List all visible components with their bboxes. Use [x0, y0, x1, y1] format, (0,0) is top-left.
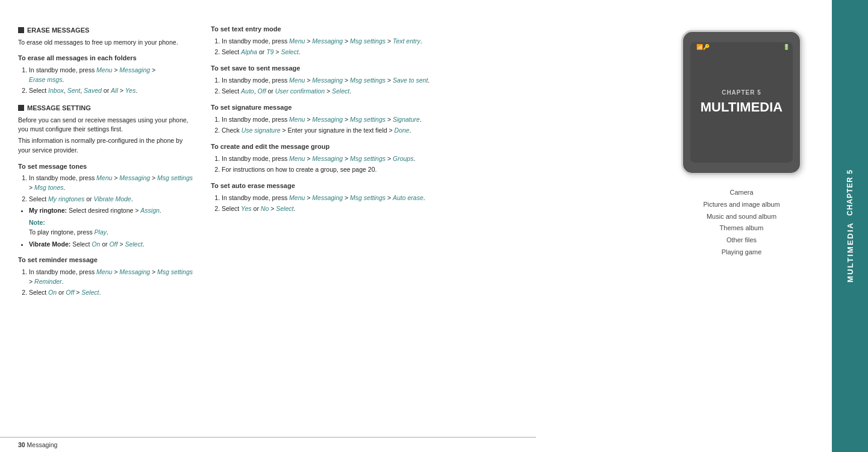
chapter-preview: 📶🔑 🔋 CHAPTER 5 MULTIMEDIA Camera Picture… — [663, 18, 820, 440]
square-icon-2 — [18, 105, 24, 111]
chapter-list-item-5: Other files — [703, 234, 779, 246]
reminder-step-1: In standby mode, press Menu > Messaging … — [29, 268, 193, 287]
message-setting-header: MESSAGE SETTING — [18, 103, 193, 113]
sidebar-section-label: MULTIMEDIA — [846, 222, 855, 283]
text-entry-step-2: Select Alpha or T9 > Select. — [222, 48, 663, 57]
erase-step-2: Select Inbox, Sent, Saved or All > Yes. — [29, 86, 193, 96]
erase-messages-header: ERASE MESSAGES — [18, 25, 193, 36]
save-sent-step-1: In standby mode, press Menu > Messaging … — [222, 76, 663, 86]
sidebar: CHAPTER 5 MULTIMEDIA — [832, 0, 868, 452]
auto-erase-step-1: In standby mode, press Menu > Messaging … — [222, 193, 663, 203]
square-icon — [18, 27, 24, 33]
msg-tones-title: To set message tones — [18, 162, 193, 172]
erase-step-1: In standby mode, press Menu > Messaging … — [29, 66, 193, 85]
group-step-1: In standby mode, press Menu > Messaging … — [222, 154, 663, 164]
save-sent-step-2: Select Auto, Off or User confirmation > … — [222, 87, 663, 96]
chapter-list-item-2: Pictures and image album — [703, 199, 779, 211]
group-steps: In standby mode, press Menu > Messaging … — [222, 154, 663, 175]
erase-messages-desc: To erase old messages to free up memory … — [18, 38, 193, 48]
battery-icon: 🔋 — [783, 44, 790, 50]
page-number: 30 — [18, 441, 25, 448]
chapter-list-item-6: Playing game — [703, 246, 779, 259]
erase-all-title: To erase all messages in each folders — [18, 53, 193, 63]
phone-screen: 📶🔑 🔋 CHAPTER 5 MULTIMEDIA — [690, 42, 793, 163]
text-entry-step-1: In standby mode, press Menu > Messaging … — [222, 37, 663, 46]
signature-title: To set signature message — [211, 102, 663, 113]
main-content: ERASE MESSAGES To erase old messages to … — [0, 0, 832, 452]
chapter-list: Camera Pictures and image album Music an… — [703, 187, 779, 259]
vibrate-bullets: Vibrate Mode: Select On or Off > Select. — [29, 240, 193, 250]
msg-tones-steps: In standby mode, press Menu > Messaging … — [29, 174, 193, 204]
signature-step-2: Check Use signature > Enter your signatu… — [222, 126, 663, 136]
myringtone-bullet: My ringtone: Select desired ringtone > A… — [29, 206, 193, 216]
save-sent-steps: In standby mode, press Menu > Messaging … — [222, 76, 663, 97]
chapter-list-item-1: Camera — [703, 187, 779, 199]
message-setting-desc2: This information is normally pre-configu… — [18, 136, 193, 155]
group-title: To create and edit the message group — [211, 142, 663, 152]
note-block: Note: To play ringtone, press Play. — [29, 218, 193, 237]
footer: 30 Messaging — [0, 437, 536, 452]
chapter-list-item-4: Themes album — [703, 222, 779, 234]
group-step-2: For instructions on how to create a grou… — [222, 165, 663, 175]
reminder-step-2: Select On or Off > Select. — [29, 288, 193, 298]
chapter-title-big: MULTIMEDIA — [701, 99, 782, 115]
chapter-list-item-3: Music and sound album — [703, 211, 779, 223]
text-entry-title: To set text entry mode — [211, 24, 663, 34]
msg-tones-bullets: My ringtone: Select desired ringtone > A… — [29, 206, 193, 216]
save-sent-title: To set save to sent message — [211, 63, 663, 74]
vibrate-bullet: Vibrate Mode: Select On or Off > Select. — [29, 240, 193, 250]
reminder-steps: In standby mode, press Menu > Messaging … — [29, 268, 193, 298]
auto-erase-step-2: Select Yes or No > Select. — [222, 204, 663, 214]
auto-erase-steps: In standby mode, press Menu > Messaging … — [222, 193, 663, 215]
msg-tones-step-2: Select My ringtones or Vibrate Mode. — [29, 195, 193, 204]
left-column: ERASE MESSAGES To erase old messages to … — [18, 18, 205, 440]
msg-tones-step-1: In standby mode, press Menu > Messaging … — [29, 174, 193, 193]
text-entry-steps: In standby mode, press Menu > Messaging … — [222, 37, 663, 58]
chapter-label: CHAPTER 5 — [722, 89, 761, 96]
reminder-title: To set reminder message — [18, 255, 193, 265]
signal-icon: 📶🔑 — [696, 44, 710, 50]
signature-step-1: In standby mode, press Menu > Messaging … — [222, 115, 663, 125]
sidebar-chapter-label: CHAPTER 5 — [846, 169, 854, 216]
message-setting-desc1: Before you can send or receive messages … — [18, 116, 193, 135]
section-label: Messaging — [27, 441, 58, 448]
erase-steps: In standby mode, press Menu > Messaging … — [29, 66, 193, 96]
auto-erase-title: To set auto erase message — [211, 181, 663, 191]
right-column: To set text entry mode In standby mode, … — [205, 18, 663, 440]
signature-steps: In standby mode, press Menu > Messaging … — [222, 115, 663, 136]
phone-mockup: 📶🔑 🔋 CHAPTER 5 MULTIMEDIA — [681, 30, 802, 175]
